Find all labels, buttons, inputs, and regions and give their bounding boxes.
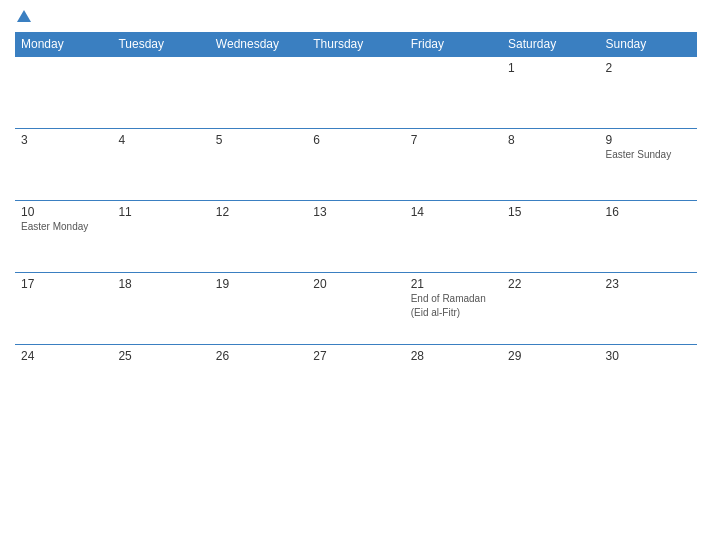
calendar-cell: 28 [405,345,502,417]
calendar-cell: 22 [502,273,599,345]
calendar-cell: 23 [600,273,697,345]
calendar-cell: 16 [600,201,697,273]
calendar-cell: 17 [15,273,112,345]
calendar-cell: 2 [600,57,697,129]
day-number: 16 [606,205,691,219]
calendar-cell: 3 [15,129,112,201]
calendar-cell: 21End of Ramadan (Eid al-Fitr) [405,273,502,345]
day-number: 17 [21,277,106,291]
day-event: End of Ramadan (Eid al-Fitr) [411,293,486,318]
logo-triangle-icon [17,10,31,22]
calendar-cell [15,57,112,129]
calendar-header-sunday: Sunday [600,32,697,57]
day-number: 21 [411,277,496,291]
calendar-cell: 5 [210,129,307,201]
day-number: 25 [118,349,203,363]
calendar-cell: 14 [405,201,502,273]
calendar-cell [112,57,209,129]
calendar-cell: 27 [307,345,404,417]
day-number: 11 [118,205,203,219]
calendar-cell [405,57,502,129]
day-number: 18 [118,277,203,291]
calendar-cell: 6 [307,129,404,201]
day-number: 7 [411,133,496,147]
calendar-week-row: 24252627282930 [15,345,697,417]
calendar-cell: 19 [210,273,307,345]
calendar-cell: 12 [210,201,307,273]
calendar-cell: 10Easter Monday [15,201,112,273]
calendar-cell: 4 [112,129,209,201]
logo [15,10,31,24]
day-number: 28 [411,349,496,363]
calendar-week-row: 10Easter Monday111213141516 [15,201,697,273]
calendar-table: MondayTuesdayWednesdayThursdayFridaySatu… [15,32,697,417]
day-number: 24 [21,349,106,363]
calendar-cell: 11 [112,201,209,273]
calendar-header-saturday: Saturday [502,32,599,57]
day-number: 5 [216,133,301,147]
calendar-cell: 25 [112,345,209,417]
calendar-week-row: 3456789Easter Sunday [15,129,697,201]
calendar-week-row: 12 [15,57,697,129]
calendar-cell [307,57,404,129]
calendar-header-thursday: Thursday [307,32,404,57]
calendar-header-monday: Monday [15,32,112,57]
day-number: 2 [606,61,691,75]
day-number: 29 [508,349,593,363]
day-number: 14 [411,205,496,219]
header [15,10,697,24]
calendar-cell: 15 [502,201,599,273]
day-number: 15 [508,205,593,219]
day-number: 23 [606,277,691,291]
calendar-cell: 7 [405,129,502,201]
day-number: 27 [313,349,398,363]
day-event: Easter Sunday [606,149,672,160]
day-number: 26 [216,349,301,363]
calendar-cell [210,57,307,129]
calendar-week-row: 1718192021End of Ramadan (Eid al-Fitr)22… [15,273,697,345]
calendar-cell: 29 [502,345,599,417]
calendar-header-row: MondayTuesdayWednesdayThursdayFridaySatu… [15,32,697,57]
day-number: 4 [118,133,203,147]
day-number: 6 [313,133,398,147]
calendar-cell: 18 [112,273,209,345]
day-number: 20 [313,277,398,291]
day-number: 8 [508,133,593,147]
day-number: 22 [508,277,593,291]
day-number: 10 [21,205,106,219]
calendar-cell: 24 [15,345,112,417]
calendar-cell: 8 [502,129,599,201]
calendar-cell: 9Easter Sunday [600,129,697,201]
day-number: 9 [606,133,691,147]
calendar-header-friday: Friday [405,32,502,57]
day-number: 19 [216,277,301,291]
calendar-cell: 13 [307,201,404,273]
calendar-cell: 30 [600,345,697,417]
calendar-cell: 26 [210,345,307,417]
calendar-cell: 20 [307,273,404,345]
day-number: 1 [508,61,593,75]
day-number: 30 [606,349,691,363]
day-event: Easter Monday [21,221,88,232]
day-number: 3 [21,133,106,147]
calendar-header-wednesday: Wednesday [210,32,307,57]
calendar-header-tuesday: Tuesday [112,32,209,57]
day-number: 13 [313,205,398,219]
day-number: 12 [216,205,301,219]
calendar-cell: 1 [502,57,599,129]
page: MondayTuesdayWednesdayThursdayFridaySatu… [0,0,712,550]
